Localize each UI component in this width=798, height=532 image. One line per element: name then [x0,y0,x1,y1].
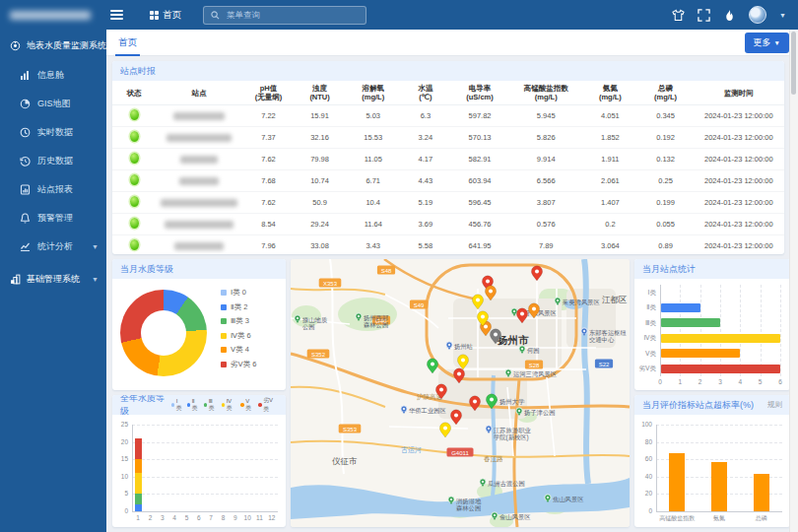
stacked-bar-segment[interactable] [135,459,142,473]
monthly-grade-title: 当月水质等级 [120,263,173,276]
legend-item[interactable]: Ⅴ类 [240,398,254,413]
col-header: 站点 [156,81,242,104]
sidebar-item-4[interactable]: 历史数据 [0,147,106,175]
yearly-grade-chart[interactable]: 0510152025123456789101112 [112,415,286,527]
table-row[interactable]: 7.2215.915.036.3597.825.9454.0510.345202… [112,104,784,126]
gis-map[interactable]: X353S48G40S352S49S28S353S22G4011 扬州市江都区仪… [291,259,630,527]
legend-item[interactable]: 劣Ⅴ类 [258,396,278,414]
stats-icon [20,241,31,252]
sidebar-item-label: 实时数据 [37,126,99,139]
svg-text:仪征市: 仪征市 [331,456,358,466]
topbar-actions: ▼ [672,6,798,24]
monthly-grade-panel: 当月水质等级 Ⅰ类 0Ⅱ类 2Ⅲ类 3Ⅳ类 6Ⅴ类 4劣Ⅴ类 6 [112,259,286,390]
status-indicator [130,218,139,229]
menu-search-input[interactable] [225,9,359,21]
stacked-bar-segment[interactable] [135,438,142,459]
tab-strip: 首页 更多 ▼ [106,30,798,56]
svg-text:S352: S352 [311,352,326,358]
sidebar-base-group[interactable]: 基础管理系统 ▼ [0,261,106,295]
stacked-bar-segment[interactable] [135,504,142,511]
table-row[interactable]: 7.3732.1615.533.24570.135.8261.8520.1922… [112,126,784,148]
rate-bar[interactable] [711,462,727,511]
fullscreen-icon[interactable] [698,9,710,22]
user-menu-chevron-down-icon[interactable]: ▼ [779,12,786,19]
table-row[interactable]: 7.6250.910.45.19596.453.8071.4070.199202… [112,191,784,213]
stacked-bar-segment[interactable] [135,473,142,494]
scrollbar-thumb[interactable] [791,32,796,95]
sidebar-item-1[interactable]: 信息舱 [0,61,106,90]
cell-value: 4.051 [582,104,637,126]
table-row[interactable]: 7.6279.9811.054.17582.919.9141.9110.1322… [112,148,784,169]
theme-skin-icon[interactable] [672,9,685,22]
breadcrumb-home[interactable]: 首页 [150,9,181,22]
cell-value: 456.76 [450,213,509,234]
rate-bar[interactable] [669,453,685,511]
map-label: 何园 [519,346,540,355]
exceedance-rate-chart[interactable]: 020406080100高锰酸盐指数氨氮总磷 [634,415,790,527]
top-bar: 首页 ▼ [0,0,798,30]
yearly-grade-panel: 全年水质等级 Ⅰ类Ⅱ类Ⅲ类Ⅳ类Ⅴ类劣Ⅴ类 0510152025123456789… [112,395,286,527]
monthly-grade-chart: Ⅰ类 0Ⅱ类 2Ⅲ类 3Ⅳ类 6Ⅴ类 4劣Ⅴ类 6 [112,279,286,390]
sidebar-item-7[interactable]: 统计分析▼ [0,233,106,261]
hbar[interactable] [661,318,720,327]
category-label: Ⅴ类 [634,350,656,359]
menu-search[interactable] [203,6,366,25]
svg-text:G4011: G4011 [451,450,469,456]
cell-value: 5.58 [401,234,450,254]
apps-icon [150,11,159,20]
legend-item: Ⅲ类 3 [221,316,256,326]
svg-text:焦山风景区: 焦山风景区 [553,496,584,503]
sidebar-item-6[interactable]: 预警管理 [0,204,106,233]
vertical-scrollbar[interactable] [789,30,798,532]
gridline [780,285,781,376]
legend-item[interactable]: Ⅲ类 [204,398,218,413]
y-tick: 60 [636,455,652,462]
notification-flame-icon[interactable] [723,9,736,22]
sidebar-item-5[interactable]: 站点报表 [0,175,106,204]
tab-home[interactable]: 首页 [115,30,140,56]
sidebar-collapse-button[interactable] [110,10,136,20]
sidebar-item-2[interactable]: GIS地图 [0,90,106,118]
svg-text:学院(新校区): 学院(新校区) [494,433,529,441]
cell-value: 15.91 [295,104,346,126]
monthly-station-stats-chart[interactable]: 0123456Ⅰ类Ⅱ类Ⅲ类Ⅳ类Ⅴ类劣Ⅴ类 [634,279,790,390]
legend-item[interactable]: Ⅳ类 [222,398,236,413]
hbar[interactable] [661,303,700,312]
legend-swatch [221,318,227,324]
cell-value: 5.945 [509,104,582,126]
sidebar-item-3[interactable]: 实时数据 [0,118,106,147]
y-tick: 5 [114,490,128,497]
hbar[interactable] [661,365,780,373]
more-button[interactable]: 更多 ▼ [745,33,789,53]
breadcrumb-home-label: 首页 [163,9,181,22]
table-row[interactable]: 7.9633.083.435.58641.957.893.0640.892024… [112,234,784,254]
user-avatar[interactable] [749,6,766,24]
cell-value: 0.132 [637,148,693,169]
table-row[interactable]: 8.5429.2411.643.69456.760.5760.20.055202… [112,213,784,234]
hbar[interactable] [661,349,740,358]
cell-value: 3.807 [509,191,582,213]
rate-bar[interactable] [754,474,769,511]
x-tick: 3 [157,514,168,521]
legend-item[interactable]: Ⅰ类 [171,398,183,413]
legend-item[interactable]: Ⅱ类 [187,398,200,413]
donut-legend: Ⅰ类 0Ⅱ类 2Ⅲ类 3Ⅳ类 6Ⅴ类 4劣Ⅴ类 6 [221,288,256,369]
station-name-blurred [166,134,232,142]
hbar[interactable] [661,334,780,343]
svg-text:运河三湾风景区: 运河三湾风景区 [513,370,558,378]
road-badge: S353 [339,425,362,433]
cell-value: 10.4 [346,191,401,213]
sidebar-system-group[interactable]: 地表水质量监测系统 ▲ [0,30,106,61]
col-header: 溶解氧(mg/L) [346,81,401,104]
rules-link[interactable]: 规则 [767,400,782,410]
logo-blurred [10,11,91,20]
stacked-bar-segment[interactable] [135,494,142,504]
chevron-down-icon: ▼ [92,243,99,250]
cell-value: 6.3 [401,104,450,126]
table-row[interactable]: 7.6810.746.714.43603.946.5662.0610.25202… [112,169,784,191]
gridline [700,285,701,376]
col-header: 总磷(mg/L) [637,81,693,104]
cell-value: 1.407 [582,191,637,213]
station-report-header: 站点时报 [112,61,784,81]
donut-chart[interactable] [120,290,207,376]
